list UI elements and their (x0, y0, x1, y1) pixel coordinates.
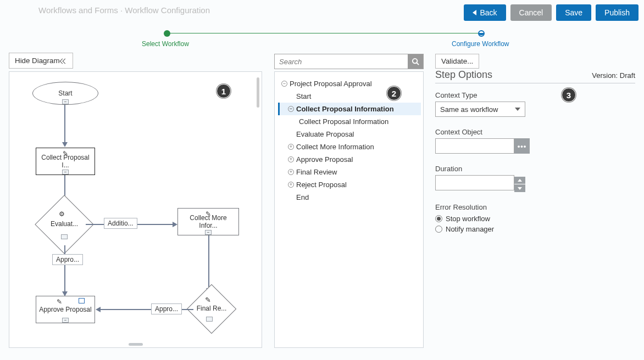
tree-item-evaluate[interactable]: Evaluate Proposal (278, 128, 421, 140)
double-chevron-left-icon (62, 57, 67, 65)
context-object-browse-button[interactable]: ••• (514, 138, 530, 154)
context-object-label: Context Object (435, 128, 635, 136)
diagram-resize-handle[interactable] (129, 343, 143, 346)
step-dot-select[interactable] (164, 30, 170, 37)
tree-item-approve[interactable]: +Approve Proposal (278, 153, 421, 166)
expand-icon[interactable]: + (288, 156, 294, 162)
save-button[interactable]: Save (556, 4, 591, 21)
edge-label-additio: Additio... (104, 218, 137, 229)
node-evaluate-label: Evaluat... (43, 220, 85, 228)
context-type-label: Context Type (435, 91, 635, 99)
expand-icon[interactable]: + (288, 144, 294, 150)
tree-item-reject[interactable]: +Reject Proposal (278, 178, 421, 191)
cancel-button[interactable]: Cancel (510, 4, 552, 21)
node-collect-more[interactable]: ✎ Collect More Infor... − (177, 208, 239, 235)
search-button[interactable] (408, 54, 423, 69)
tree-item-collect-proposal[interactable]: −Collect Proposal Information (278, 103, 421, 115)
badge-two: 2 (387, 86, 401, 100)
tree-root[interactable]: − Project Proposal Approval (278, 77, 421, 90)
collapse-icon[interactable]: − (281, 81, 287, 87)
node-collect-proposal[interactable]: ✎ Collect Proposal I... − (36, 148, 95, 175)
progress-stepper: Select Workflow Configure Workflow (0, 26, 644, 47)
svg-line-1 (417, 63, 419, 65)
badge-three: 3 (562, 88, 576, 102)
diagram-scrollbar[interactable] (257, 77, 259, 108)
svg-point-0 (412, 58, 417, 63)
hide-diagram-button[interactable]: Hide Diagram (9, 53, 73, 69)
duration-decrease-button[interactable] (514, 184, 525, 192)
collapse-icon[interactable]: − (288, 106, 294, 112)
triangle-up-icon (518, 179, 522, 182)
tree-item-collect-more[interactable]: +Collect More Information (278, 140, 421, 153)
door-icon (79, 298, 85, 303)
edge-label-appro2: Appro... (151, 303, 182, 314)
radio-stop-workflow[interactable]: Stop workflow (435, 215, 635, 223)
validate-button[interactable]: Validate... (435, 54, 479, 69)
triangle-down-icon (518, 187, 522, 190)
node-approve[interactable]: ✎ Approve Proposal − (36, 296, 95, 323)
search-wrap (274, 54, 424, 69)
tree-item-end[interactable]: End (278, 191, 421, 204)
tree-item-collect-proposal-child[interactable]: Collect Proposal Information (278, 115, 421, 128)
edge-label-appro1: Appro... (52, 254, 83, 265)
sub-icon (61, 234, 68, 239)
tree-item-final-review[interactable]: +Final Review (278, 166, 421, 178)
context-type-select[interactable]: Same as workflow (435, 102, 525, 117)
expand-icon[interactable]: + (288, 169, 294, 175)
tree-panel: 2 − Project Proposal Approval Start −Col… (274, 71, 424, 348)
expand-icon[interactable]: + (288, 182, 294, 188)
step-label-configure: Configure Workflow (452, 40, 509, 48)
chevron-left-icon (473, 10, 476, 15)
step-label-select: Select Workflow (142, 40, 189, 48)
search-input[interactable] (275, 54, 408, 69)
edit-icon: ✎ (57, 298, 62, 306)
section-title: Step Options (435, 69, 492, 81)
version-text: Version: Draft (592, 71, 635, 80)
context-object-input[interactable] (435, 138, 514, 154)
back-button[interactable]: Back (464, 4, 506, 21)
badge-one: 1 (216, 84, 231, 98)
topbar: Back Cancel Save Publish (0, 3, 639, 22)
radio-notify-manager[interactable]: Notify manager (435, 225, 635, 233)
diagram-panel: 1 Start − ✎ Collect Proposal I... − ⚙ Ev… (9, 71, 262, 348)
edit-icon: ✎ (205, 296, 211, 304)
duration-label: Duration (435, 165, 635, 173)
gear-icon: ⚙ (59, 210, 65, 218)
publish-button[interactable]: Publish (596, 4, 639, 21)
step-options-panel: 3 Step Options Version: Draft Context Ty… (435, 69, 635, 244)
step-dot-configure[interactable] (478, 30, 485, 37)
duration-increase-button[interactable] (514, 177, 525, 184)
edge-start-collect (64, 105, 65, 143)
error-resolution-label: Error Resolution (435, 203, 635, 211)
node-start[interactable]: Start − (32, 82, 98, 105)
node-final-label: Final Re... (191, 305, 232, 312)
search-icon (412, 58, 420, 66)
chevron-down-icon (515, 108, 520, 111)
duration-input[interactable] (435, 175, 514, 190)
